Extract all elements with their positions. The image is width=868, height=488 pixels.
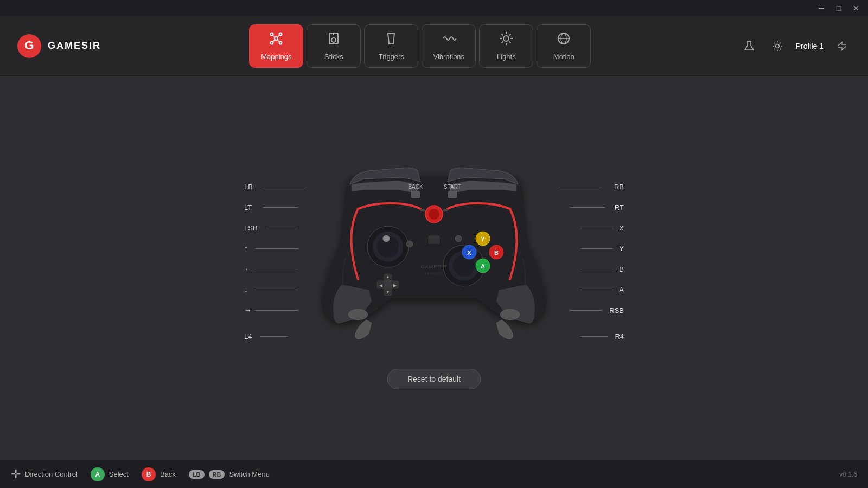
header: G GAMESIR: [0, 16, 868, 76]
bottom-bar: ✛ Direction Control A Select B Back LB R…: [0, 460, 868, 488]
settings-button[interactable]: [768, 36, 787, 56]
right-label: →: [244, 300, 307, 320]
lt-line: [263, 207, 298, 208]
logo-icon: G: [16, 33, 42, 59]
svg-point-57: [348, 309, 368, 320]
svg-text:◀: ◀: [379, 283, 383, 288]
profile-area: Profile 1: [796, 42, 824, 50]
x-text: X: [613, 224, 624, 232]
mappings-icon: [269, 31, 284, 49]
left-labels: LB LT LSB ↑ ←: [244, 176, 307, 346]
back-label: Back: [160, 470, 176, 478]
lights-icon: [499, 31, 514, 49]
tab-mappings[interactable]: Mappings: [249, 24, 303, 68]
maximize-button[interactable]: □: [831, 1, 846, 16]
rsb-label: RSB: [559, 300, 624, 320]
rt-line: [570, 207, 605, 208]
svg-point-27: [775, 44, 779, 48]
a-label: A: [559, 279, 624, 300]
x-label: X: [559, 217, 624, 238]
l4-text: L4: [244, 332, 260, 341]
r4-text: R4: [608, 332, 624, 341]
left-line: [255, 269, 298, 269]
right-line: [255, 310, 298, 311]
header-right: Profile 1: [739, 36, 852, 56]
title-bar: ─ □ ✕: [0, 0, 868, 16]
dpad-icon: ✛: [11, 467, 21, 481]
svg-text:T4 KALEID: T4 KALEID: [424, 272, 443, 275]
lsb-line: [266, 228, 298, 228]
svg-line-9: [273, 40, 275, 42]
down-label: ↓: [244, 279, 307, 300]
b-label: B: [559, 259, 624, 279]
profile-switch-button[interactable]: [832, 36, 852, 56]
profile-name: Profile 1: [796, 42, 824, 50]
svg-rect-28: [411, 191, 420, 198]
a-text: A: [613, 286, 624, 294]
svg-text:▼: ▼: [386, 290, 390, 294]
rt-label: RT: [559, 197, 624, 217]
triggers-icon: [384, 31, 399, 49]
svg-point-4: [279, 33, 282, 36]
select-label: Select: [109, 470, 129, 478]
svg-text:BACK: BACK: [408, 184, 423, 190]
controller-svg-area: BACK START ▲: [304, 152, 564, 352]
svg-text:B: B: [494, 249, 499, 256]
b-badge: B: [142, 467, 156, 481]
tab-vibrations[interactable]: Vibrations: [422, 24, 476, 68]
lsb-text: LSB: [244, 224, 266, 232]
svg-point-3: [271, 33, 273, 36]
svg-text:GAMESIR: GAMESIR: [421, 264, 448, 269]
svg-rect-63: [420, 209, 425, 211]
svg-point-60: [455, 235, 462, 242]
content: LB LT LSB ↑ ←: [0, 76, 868, 460]
y-label: Y: [559, 238, 624, 259]
svg-text:▲: ▲: [386, 274, 390, 279]
tab-triggers[interactable]: Triggers: [364, 24, 418, 68]
a-line: [580, 290, 613, 290]
motion-icon: [556, 31, 571, 49]
l4-label: L4: [244, 326, 307, 346]
triggers-label: Triggers: [379, 53, 404, 61]
motion-label: Motion: [553, 53, 575, 61]
svg-point-12: [331, 38, 336, 42]
controller-diagram: LB LT LSB ↑ ←: [244, 146, 624, 352]
b-line: [580, 269, 613, 269]
svg-rect-64: [443, 209, 448, 211]
svg-line-10: [277, 40, 279, 42]
tab-sticks[interactable]: Sticks: [307, 24, 361, 68]
controller-svg: BACK START ▲: [304, 152, 564, 352]
svg-point-58: [500, 309, 520, 320]
right-text: →: [244, 306, 255, 314]
lb-text: LB: [244, 183, 263, 191]
up-line: [255, 248, 298, 249]
close-button[interactable]: ✕: [848, 1, 864, 16]
svg-point-59: [406, 241, 413, 247]
mappings-label: Mappings: [261, 53, 291, 61]
logo-area: G GAMESIR: [16, 33, 101, 59]
x-line: [580, 228, 613, 228]
svg-text:Y: Y: [481, 236, 485, 242]
svg-point-6: [279, 42, 282, 44]
svg-text:START: START: [444, 184, 461, 190]
tab-motion[interactable]: Motion: [537, 24, 591, 68]
nav-tabs: Mappings Sticks: [249, 24, 591, 68]
svg-point-54: [429, 209, 439, 220]
svg-line-22: [502, 42, 503, 43]
reset-button[interactable]: Reset to default: [387, 369, 481, 389]
svg-line-21: [509, 34, 511, 36]
rsb-line: [570, 310, 602, 311]
lt-label: LT: [244, 197, 307, 217]
flask-button[interactable]: [739, 36, 759, 56]
switch-menu-label: Switch Menu: [229, 470, 269, 478]
tab-lights[interactable]: Lights: [479, 24, 533, 68]
svg-point-14: [503, 36, 509, 41]
svg-text:▶: ▶: [393, 283, 397, 288]
l4-line: [260, 336, 288, 337]
right-labels: RB RT X Y B: [559, 176, 624, 346]
svg-line-7: [273, 35, 275, 37]
minimize-button[interactable]: ─: [814, 1, 829, 16]
r4-line: [580, 336, 608, 337]
rb-line: [559, 187, 602, 187]
a-badge: A: [91, 467, 105, 481]
